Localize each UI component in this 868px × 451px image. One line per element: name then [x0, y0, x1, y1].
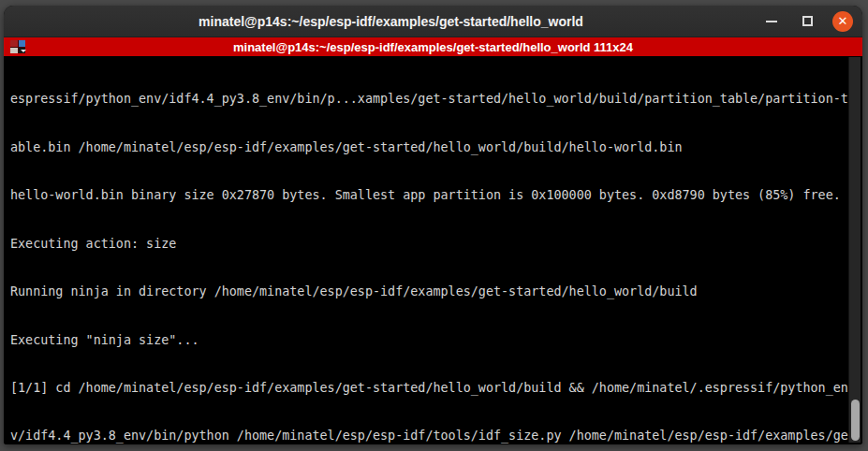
window-title: minatel@p14s:~/esp/esp-idf/examples/get-…: [4, 6, 778, 36]
scrollbar-thumb[interactable]: [851, 400, 860, 441]
maximize-button[interactable]: [797, 11, 817, 32]
maximize-icon: [802, 16, 813, 26]
terminal-line: espressif/python_env/idf4.4_py3.8_env/bi…: [10, 91, 844, 107]
terminal-line: Running ninja in directory /home/minatel…: [10, 284, 844, 299]
minimize-icon: [766, 21, 777, 22]
window-controls: ✕: [761, 6, 853, 36]
info-bar-text: minatel@p14s:~/esp/esp-idf/examples/get-…: [233, 40, 633, 54]
terminal-line: Executing "ninja size"...: [10, 332, 844, 348]
terminal-output[interactable]: espressif/python_env/idf4.4_py3.8_env/bi…: [4, 57, 862, 444]
terminal-line: Executing action: size: [10, 236, 844, 252]
terminal-line: hello-world.bin binary size 0x27870 byte…: [10, 187, 844, 203]
terminal-scrollbar[interactable]: [848, 57, 861, 443]
close-button[interactable]: ✕: [832, 11, 853, 32]
terminal-info-bar: minatel@p14s:~/esp/esp-idf/examples/get-…: [4, 37, 862, 56]
terminal-window: minatel@p14s:~/esp/esp-idf/examples/get-…: [4, 6, 862, 444]
close-icon: ✕: [838, 15, 848, 27]
terminal-line: [1/1] cd /home/minatel/esp/esp-idf/examp…: [10, 380, 844, 396]
terminal-line: v/idf4.4_py3.8_env/bin/python /home/mina…: [10, 428, 844, 444]
minimize-button[interactable]: [761, 11, 782, 32]
titlebar[interactable]: minatel@p14s:~/esp/esp-idf/examples/get-…: [4, 6, 862, 37]
terminal-line: able.bin /home/minatel/esp/esp-idf/examp…: [10, 139, 844, 155]
window-grid-icon: [10, 40, 25, 53]
